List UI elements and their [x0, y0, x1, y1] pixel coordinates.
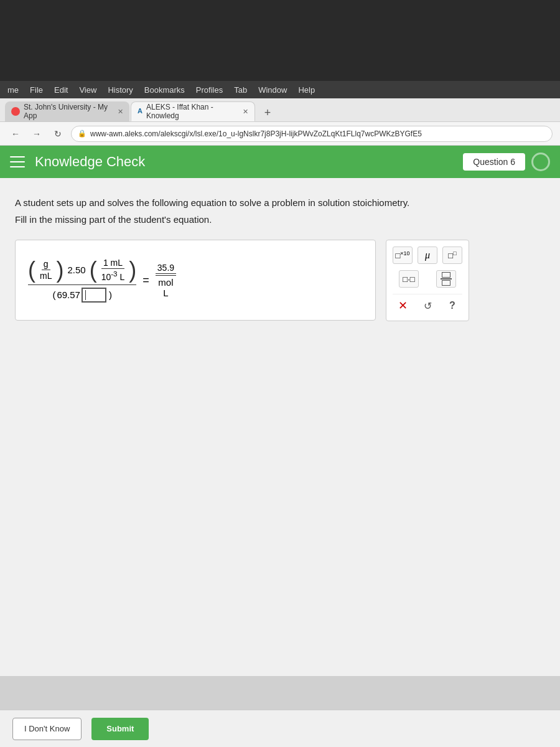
- paren-open-1: (: [28, 259, 35, 281]
- tab-sju-icon: [11, 107, 20, 116]
- browser-menubar: me File Edit View History Bookmarks Prof…: [0, 81, 560, 98]
- refresh-button[interactable]: ↻: [50, 126, 66, 142]
- question-badge: Question 6: [463, 153, 525, 171]
- menu-profiles[interactable]: Profiles: [196, 85, 223, 95]
- result-fraction: 35.9 mol L: [156, 263, 176, 298]
- equation-box: ( g mL ) 2.50 ( 1 mL: [15, 240, 376, 321]
- mu-button[interactable]: μ: [418, 247, 437, 264]
- result-value: 35.9: [156, 263, 176, 274]
- ssl-lock-icon: 🔒: [78, 129, 86, 138]
- answer-input[interactable]: [82, 288, 106, 303]
- box-sup-button[interactable]: □□: [442, 247, 462, 264]
- x10-button[interactable]: □×10: [393, 247, 413, 264]
- menu-view[interactable]: View: [79, 85, 96, 95]
- menu-history[interactable]: History: [108, 85, 133, 95]
- back-button[interactable]: ←: [7, 126, 24, 142]
- tab-bar: St. John's University - My App ✕ A ALEKS…: [0, 98, 560, 122]
- equals-sign: =: [142, 274, 149, 287]
- big-fraction: ( g mL ) 2.50 ( 1 mL: [28, 258, 136, 303]
- mL-per-10-3-L: 1 mL 10-3 L: [100, 258, 127, 282]
- palette-action-row: ✕ ↺ ?: [393, 294, 462, 314]
- url-text: www-awn.aleks.com/alekscgi/x/lsl.exe/1o_…: [90, 129, 422, 138]
- menu-help[interactable]: Help: [298, 85, 315, 95]
- new-tab-button[interactable]: +: [259, 104, 276, 121]
- result-unit-mol: mol: [158, 277, 173, 288]
- app-header: Knowledge Check Question 6: [0, 146, 560, 178]
- menu-me[interactable]: me: [7, 85, 19, 95]
- progress-indicator: [531, 153, 550, 171]
- menu-edit[interactable]: Edit: [54, 85, 68, 95]
- g-per-mL: g mL: [38, 259, 54, 281]
- tab-sju-label: St. John's University - My App: [24, 103, 111, 120]
- problem-text-2: Fill in the missing part of the student'…: [15, 214, 545, 225]
- numerator-row: ( g mL ) 2.50 ( 1 mL: [28, 258, 136, 285]
- paren-open-3: (: [52, 289, 55, 300]
- palette-row-2: □·□: [393, 270, 462, 288]
- equation-container: ( g mL ) 2.50 ( 1 mL: [15, 240, 545, 321]
- bottom-bar: I Don't Know Submit: [0, 710, 560, 747]
- dont-know-button[interactable]: I Don't Know: [12, 718, 82, 740]
- unit-10-3-L: 10-3 L: [100, 269, 127, 282]
- palette-row-1: □×10 μ □□: [393, 247, 462, 264]
- tab-aleks[interactable]: A ALEKS - Iffat Khan - Knowledg ✕: [131, 101, 255, 121]
- unit-mL: mL: [38, 270, 54, 281]
- menu-file[interactable]: File: [30, 85, 43, 95]
- tab-aleks-icon: A: [138, 107, 142, 116]
- clear-button[interactable]: ✕: [393, 297, 412, 314]
- tab-aleks-close[interactable]: ✕: [243, 108, 248, 116]
- paren-close-2: ): [129, 259, 136, 281]
- unit-1mL: 1 mL: [101, 258, 124, 269]
- undo-button[interactable]: ↺: [418, 297, 437, 314]
- menu-bookmarks[interactable]: Bookmarks: [144, 85, 185, 95]
- menu-window[interactable]: Window: [258, 85, 287, 95]
- paren-close-3: ): [109, 289, 112, 300]
- fraction-button[interactable]: [436, 270, 456, 288]
- url-bar[interactable]: 🔒 www-awn.aleks.com/alekscgi/x/lsl.exe/1…: [71, 126, 553, 142]
- help-button[interactable]: ?: [443, 297, 462, 314]
- dot-multiply-button[interactable]: □·□: [399, 270, 419, 288]
- tab-sju-close[interactable]: ✕: [118, 108, 123, 116]
- denominator-row: ( 69.57 ): [52, 288, 112, 303]
- os-chrome: [0, 0, 560, 81]
- page-title: Knowledge Check: [35, 154, 463, 170]
- tab-sju[interactable]: St. John's University - My App ✕: [5, 101, 129, 121]
- problem-text-1: A student sets up and solves the followi…: [15, 195, 545, 210]
- paren-open-2: (: [90, 259, 97, 281]
- paren-close-1: ): [56, 259, 63, 281]
- tab-aleks-label: ALEKS - Iffat Khan - Knowledg: [146, 103, 236, 120]
- address-bar: ← → ↻ 🔒 www-awn.aleks.com/alekscgi/x/lsl…: [0, 122, 560, 146]
- denom-value: 69.57: [57, 289, 80, 300]
- result-unit-L: L: [163, 288, 168, 298]
- forward-button[interactable]: →: [29, 126, 45, 142]
- hamburger-menu-icon[interactable]: [10, 156, 25, 167]
- toolbar-palette: □×10 μ □□ □·□: [386, 240, 469, 321]
- value-2-50: 2.50: [67, 265, 85, 275]
- main-content: A student sets up and solves the followi…: [0, 178, 560, 676]
- unit-g: g: [42, 259, 50, 270]
- menu-tab[interactable]: Tab: [234, 85, 247, 95]
- math-expression: ( g mL ) 2.50 ( 1 mL: [28, 258, 176, 303]
- submit-button[interactable]: Submit: [91, 718, 149, 740]
